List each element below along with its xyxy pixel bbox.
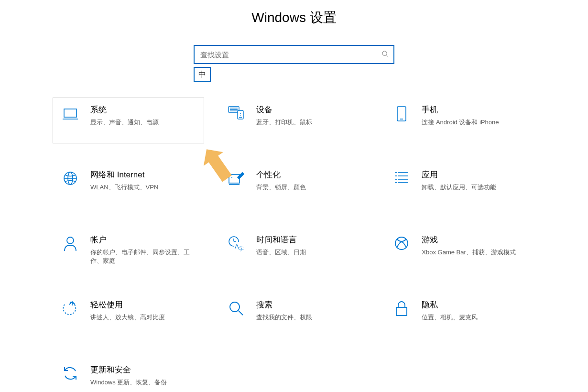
time-language-icon: A 字 [227, 235, 246, 252]
tile-system[interactable]: 系统 显示、声音、通知、电源 [53, 98, 204, 143]
page-title: Windows 设置 [0, 9, 588, 27]
svg-point-9 [240, 113, 241, 114]
gaming-icon [392, 235, 411, 251]
system-icon [61, 105, 80, 121]
tile-desc: 你的帐户、电子邮件、同步设置、工作、家庭 [90, 248, 191, 265]
tile-desc: 讲述人、放大镜、高对比度 [90, 313, 165, 322]
tile-title: 网络和 Internet [90, 170, 158, 180]
globe-icon [61, 170, 80, 186]
tile-title: 轻松使用 [90, 300, 165, 310]
tile-desc: Windows 更新、恢复、备份 [90, 378, 167, 387]
accounts-icon [61, 235, 80, 252]
tile-desc: 位置、相机、麦克风 [422, 313, 478, 322]
svg-text:字: 字 [239, 246, 244, 251]
svg-rect-2 [64, 109, 76, 117]
tile-title: 手机 [422, 105, 499, 115]
ease-of-access-icon [61, 300, 80, 316]
tile-title: 个性化 [256, 170, 306, 180]
tile-desc: Xbox Game Bar、捕获、游戏模式 [422, 248, 516, 257]
lock-icon [392, 300, 411, 317]
ime-badge: 中 [194, 67, 211, 82]
tile-time-language[interactable]: A 字 时间和语言 语音、区域、日期 [218, 228, 370, 273]
tile-devices[interactable]: 设备 蓝牙、打印机、鼠标 [218, 98, 370, 143]
tile-gaming[interactable]: 游戏 Xbox Game Bar、捕获、游戏模式 [384, 228, 535, 273]
tile-title: 应用 [422, 170, 496, 180]
settings-grid: 系统 显示、声音、通知、电源 设备 蓝牙、打印机、鼠标 手机 [53, 98, 535, 392]
tile-personalization[interactable]: 个性化 背景、锁屏、颜色 [218, 163, 370, 208]
tile-update-security[interactable]: 更新和安全 Windows 更新、恢复、备份 [53, 358, 204, 392]
tile-desc: 查找我的文件、权限 [256, 313, 312, 322]
personalization-icon [227, 170, 246, 186]
search-input[interactable] [194, 45, 394, 64]
tile-title: 搜索 [256, 300, 312, 310]
tile-desc: WLAN、飞行模式、VPN [90, 183, 158, 192]
tile-network[interactable]: 网络和 Internet WLAN、飞行模式、VPN [53, 163, 204, 208]
tile-desc: 卸载、默认应用、可选功能 [422, 183, 496, 192]
tile-title: 帐户 [90, 235, 191, 245]
devices-icon [227, 105, 246, 121]
update-icon [61, 365, 80, 381]
svg-rect-37 [396, 307, 407, 316]
tile-title: 设备 [256, 105, 312, 115]
svg-rect-17 [229, 174, 240, 183]
tile-desc: 显示、声音、通知、电源 [90, 118, 159, 127]
tile-search[interactable]: 搜索 查找我的文件、权限 [218, 293, 370, 338]
tile-desc: 蓝牙、打印机、鼠标 [256, 118, 312, 127]
svg-point-10 [240, 115, 241, 116]
tile-title: 隐私 [422, 300, 478, 310]
svg-point-19 [231, 177, 232, 178]
tile-ease-of-access[interactable]: 轻松使用 讲述人、放大镜、高对比度 [53, 293, 204, 338]
tile-phone[interactable]: 手机 连接 Android 设备和 iPhone [384, 98, 535, 143]
tile-title: 更新和安全 [90, 365, 167, 375]
tile-desc: 连接 Android 设备和 iPhone [422, 118, 499, 127]
tile-apps[interactable]: 应用 卸载、默认应用、可选功能 [384, 163, 535, 208]
phone-icon [392, 105, 411, 122]
svg-line-36 [239, 311, 243, 315]
apps-icon [392, 170, 411, 185]
tile-title: 游戏 [422, 235, 516, 245]
tile-title: 系统 [90, 105, 159, 115]
search-tile-icon [227, 300, 246, 316]
search-box: 中 [194, 45, 394, 64]
svg-point-35 [230, 302, 240, 312]
tile-privacy[interactable]: 隐私 位置、相机、麦克风 [384, 293, 535, 338]
tile-desc: 背景、锁屏、颜色 [256, 183, 306, 192]
tile-accounts[interactable]: 帐户 你的帐户、电子邮件、同步设置、工作、家庭 [53, 228, 204, 273]
tile-desc: 语音、区域、日期 [256, 248, 306, 257]
svg-point-28 [67, 237, 74, 244]
tile-title: 时间和语言 [256, 235, 306, 245]
